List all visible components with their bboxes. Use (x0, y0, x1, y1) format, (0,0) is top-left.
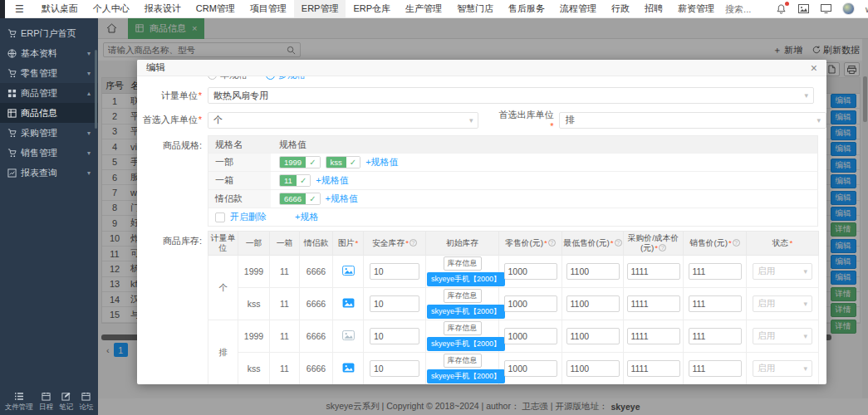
retail-price-input[interactable] (504, 295, 557, 312)
nav-process[interactable]: 流程管理 (552, 0, 604, 17)
warehouse-tag[interactable]: skyeye手机【2000】 (427, 369, 505, 383)
edit-modal: 编辑 × 单规格 ✓多规格 计量单位 散热风扇专用 ▾ 首选入库单位 (137, 60, 826, 384)
nav-crm[interactable]: CRM管理 (189, 0, 243, 17)
cost-price-input[interactable] (627, 295, 680, 312)
status-select[interactable]: 启用▾ (753, 360, 812, 377)
nav-report-design[interactable]: 报表设计 (137, 0, 189, 17)
schedule-shortcut[interactable]: 日程 (39, 392, 53, 413)
list-icon (14, 392, 24, 401)
nav-admin[interactable]: 行政 (604, 0, 637, 17)
nav-salary[interactable]: 薪资管理 (670, 0, 722, 17)
safe-stock-input[interactable] (370, 263, 419, 280)
help-icon (548, 239, 556, 247)
safe-stock-input[interactable] (370, 295, 419, 312)
outbound-unit-select[interactable]: 排 ▾ (559, 112, 826, 129)
nav-recruit[interactable]: 招聘 (637, 0, 670, 17)
stock-info-button[interactable]: 库存信息 (444, 289, 482, 303)
safe-stock-input[interactable] (370, 328, 419, 344)
nav-erp[interactable]: ERP管理 (294, 0, 346, 17)
calendar-icon (42, 392, 51, 401)
min-price-input[interactable] (566, 328, 620, 344)
status-select[interactable]: 启用▾ (753, 263, 812, 280)
min-price-input[interactable] (566, 263, 620, 280)
add-spec-value-link[interactable]: +规格值 (316, 174, 348, 187)
chevron-down-icon: ▾ (803, 364, 807, 373)
notes-shortcut[interactable]: 笔记 (59, 392, 73, 413)
inbound-unit-select[interactable]: 个 ▾ (208, 112, 478, 129)
safe-stock-input[interactable] (370, 360, 419, 377)
cost-price-input[interactable] (627, 360, 680, 377)
sidebar-item-goods-mgmt[interactable]: 商品管理 ▴ (0, 83, 98, 103)
status-select[interactable]: 启用▾ (753, 328, 812, 344)
min-price-input[interactable] (566, 360, 620, 377)
image-upload-icon[interactable] (342, 363, 355, 373)
warehouse-tag[interactable]: skyeye手机【2000】 (427, 272, 505, 286)
warehouse-tag[interactable]: skyeye手机【2000】 (427, 337, 505, 351)
forum-shortcut[interactable]: 论坛 (79, 392, 93, 413)
nav-personal-center[interactable]: 个人中心 (86, 0, 137, 17)
sale-price-input[interactable] (689, 263, 742, 280)
spec-value-tag[interactable]: 1999✓ (279, 156, 321, 168)
monitor-icon[interactable] (820, 3, 831, 15)
unit-select[interactable]: 散热风扇专用 ▾ (208, 87, 814, 104)
spec-value-tag[interactable]: kss✓ (326, 156, 361, 168)
user-avatar[interactable] (842, 2, 855, 15)
stock-info-button[interactable]: 库存信息 (444, 354, 482, 368)
enable-delete-checkbox[interactable] (215, 212, 225, 222)
nav-after-sales[interactable]: 售后服务 (501, 0, 552, 17)
sidebar: ERP门户首页 基本资料 ▾ 零售管理 ▾ 商品管理 ▴ 商品信息 (0, 18, 98, 415)
sidebar-item-retail[interactable]: 零售管理 ▾ (0, 63, 98, 83)
topbar-right: weizhiqiang(▾ (775, 2, 868, 15)
image-icon[interactable] (797, 3, 809, 15)
spec-value-tag[interactable]: 11✓ (279, 174, 311, 187)
stock-table: 计量单位 一部 一箱 情侣款 图片 安全库存 初始库存 零售价(元) 最低售价(… (208, 231, 819, 384)
cost-price-input[interactable] (627, 328, 680, 344)
enable-delete-label: 开启删除 (230, 211, 267, 223)
image-upload-icon[interactable] (342, 266, 355, 276)
radio-single-spec[interactable]: 单规格 (208, 76, 248, 81)
image-upload-icon[interactable] (342, 330, 355, 340)
status-select[interactable]: 启用▾ (753, 295, 812, 312)
cost-price-input[interactable] (627, 263, 680, 280)
add-spec-value-link[interactable]: +规格值 (365, 156, 398, 168)
sale-price-input[interactable] (689, 295, 742, 312)
spec-row: 一箱 11✓ +规格值 (208, 171, 817, 189)
help-icon (409, 239, 417, 247)
add-spec-value-link[interactable]: +规格值 (326, 193, 358, 205)
spec-value-tag[interactable]: 6666✓ (279, 193, 321, 205)
calendar-icon (81, 392, 91, 401)
bell-icon[interactable] (775, 3, 787, 15)
file-manager-shortcut[interactable]: 文件管理 (5, 392, 33, 413)
chart-icon (7, 168, 17, 178)
nav-default-desktop[interactable]: 默认桌面 (34, 0, 86, 17)
sidebar-item-erp-home[interactable]: ERP门户首页 (0, 23, 98, 43)
sidebar-item-basic-data[interactable]: 基本资料 ▾ (0, 43, 98, 63)
close-icon[interactable]: × (811, 62, 817, 74)
sidebar-footer: 文件管理 日程 笔记 论坛 (0, 392, 98, 413)
sale-price-input[interactable] (689, 360, 742, 377)
image-upload-icon[interactable] (342, 298, 355, 308)
sidebar-item-goods-info[interactable]: 商品信息 (0, 103, 98, 123)
retail-price-input[interactable] (504, 263, 557, 280)
nav-production[interactable]: 生产管理 (398, 0, 449, 17)
stock-row: kss 11 6666 库存信息 skyeye手机【2000】 (208, 353, 819, 384)
min-price-input[interactable] (566, 295, 620, 312)
nav-project[interactable]: 项目管理 (243, 0, 294, 17)
retail-price-input[interactable] (504, 360, 557, 377)
hamburger-menu-icon[interactable]: ☰ (5, 3, 34, 15)
stock-info-button[interactable]: 库存信息 (444, 321, 482, 335)
radio-multi-spec[interactable]: ✓多规格 (266, 76, 306, 81)
nav-smart-store[interactable]: 智慧门店 (449, 0, 501, 17)
sale-price-input[interactable] (689, 328, 742, 344)
global-search-input[interactable] (725, 4, 775, 14)
nav-erp-warehouse[interactable]: ERP仓库 (346, 0, 398, 17)
retail-price-input[interactable] (504, 328, 557, 344)
sidebar-item-report-query[interactable]: 报表查询 ▾ (0, 163, 98, 183)
warehouse-tag[interactable]: skyeye手机【2000】 (427, 305, 505, 319)
sidebar-item-sales[interactable]: 销售管理 ▾ (0, 143, 98, 163)
sidebar-item-purchase[interactable]: 采购管理 ▾ (0, 123, 98, 143)
stock-info-button[interactable]: 库存信息 (444, 256, 482, 271)
add-spec-link[interactable]: +规格 (295, 211, 318, 223)
sidebar-scrollbar[interactable] (95, 50, 97, 129)
cart-icon (7, 149, 17, 158)
